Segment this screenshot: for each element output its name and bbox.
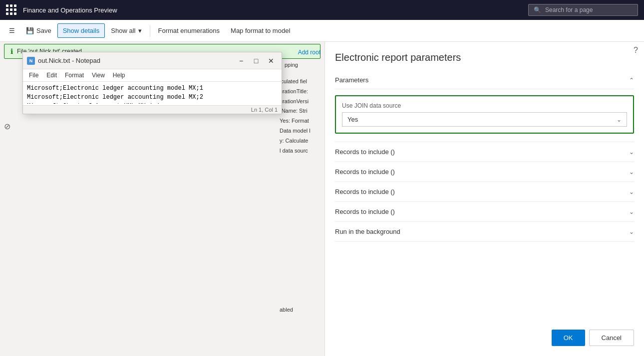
records-chevron-2-icon: ⌄ <box>629 169 634 176</box>
records-label-4: Records to include () <box>335 208 395 215</box>
close-button[interactable]: ✕ <box>265 55 278 66</box>
cancel-button[interactable]: Cancel <box>589 330 634 346</box>
save-button[interactable]: 💾 Save <box>21 24 56 37</box>
records-label-3: Records to include () <box>335 188 395 195</box>
menu-help[interactable]: Help <box>109 70 129 80</box>
ok-button[interactable]: OK <box>552 330 585 346</box>
param-group-join: Use JOIN data source Yes ⌄ <box>335 95 634 134</box>
parameters-chevron-up-icon: ⌃ <box>629 77 634 84</box>
bg-item-6: y: Calculate <box>280 136 324 146</box>
menu-format[interactable]: Format <box>61 70 88 80</box>
notepad-textarea[interactable]: Microsoft;Electronic ledger accounting m… <box>23 82 282 104</box>
maximize-button[interactable]: □ <box>250 55 263 66</box>
app-title: Finance and Operations Preview <box>23 6 522 14</box>
panel-footer: OK Cancel <box>335 320 634 346</box>
bg-item-7: l data sourc <box>280 146 324 156</box>
menu-file[interactable]: File <box>25 70 42 80</box>
notepad-controls: − □ ✕ <box>235 55 278 66</box>
format-enumerations-button[interactable]: Format enumerations <box>153 24 225 37</box>
records-row-4[interactable]: Records to include () ⌄ <box>335 202 634 222</box>
topbar-search[interactable]: 🔍 Search for a page <box>528 4 638 16</box>
records-chevron-1-icon: ⌄ <box>629 149 634 156</box>
notepad-app-icon: N <box>27 57 35 65</box>
notepad-title-area: N out.Nick.txt - Notepad <box>27 57 100 65</box>
right-panel: ? Electronic report parameters Parameter… <box>324 42 644 356</box>
run-background-chevron-icon: ⌄ <box>629 228 634 235</box>
bg-item-2: urationVersi <box>280 97 324 107</box>
parameters-section-header[interactable]: Parameters ⌃ <box>335 71 634 89</box>
search-placeholder: Search for a page <box>545 6 593 13</box>
bg-mapping: pping <box>285 62 324 68</box>
records-chevron-4-icon: ⌄ <box>629 208 634 215</box>
map-format-button[interactable]: Map format to model <box>226 24 295 37</box>
show-all-chevron-icon: ▾ <box>138 27 142 34</box>
bg-item-3: rName: Stri <box>280 106 324 116</box>
notepad-window: N out.Nick.txt - Notepad − □ ✕ File Edit… <box>22 52 282 114</box>
menu-view[interactable]: View <box>88 70 109 80</box>
bg-item-8: abled <box>280 305 324 315</box>
show-all-button[interactable]: Show all ▾ <box>106 24 146 37</box>
bg-item-4: Yes: Format <box>280 116 324 126</box>
run-background-row[interactable]: Run in the background ⌄ <box>335 222 634 242</box>
param-join-label: Use JOIN data source <box>342 102 627 109</box>
notepad-titlebar: N out.Nick.txt - Notepad − □ ✕ <box>23 52 282 69</box>
apps-grid-icon[interactable] <box>6 4 17 15</box>
records-label-1: Records to include () <box>335 148 395 156</box>
left-panel: ℹ File 'out.Nick.txt' created Add root p… <box>0 42 324 356</box>
hamburger-button[interactable]: ☰ <box>4 24 20 37</box>
add-root-btn[interactable]: Add root <box>294 47 324 58</box>
save-icon: 💾 <box>26 27 34 34</box>
statusbar-text: Ln 1, Col 1 <box>251 107 278 113</box>
records-row-3[interactable]: Records to include () ⌄ <box>335 182 634 202</box>
parameters-label: Parameters <box>335 76 368 84</box>
records-chevron-3-icon: ⌄ <box>629 188 634 195</box>
main-area: ℹ File 'out.Nick.txt' created Add root p… <box>0 42 644 356</box>
records-row-1[interactable]: Records to include () ⌄ <box>335 142 634 162</box>
notepad-title-text: out.Nick.txt - Notepad <box>38 57 100 64</box>
minimize-button[interactable]: − <box>235 55 248 66</box>
bg-item-5: Data model l <box>280 126 324 136</box>
topbar: Finance and Operations Preview 🔍 Search … <box>0 0 644 20</box>
show-details-button[interactable]: Show details <box>57 23 105 38</box>
panel-title: Electronic report parameters <box>335 52 634 63</box>
menu-edit[interactable]: Edit <box>42 70 61 80</box>
notepad-content: Microsoft;Electronic ledger accounting m… <box>23 82 282 105</box>
run-background-label: Run in the background <box>335 228 400 235</box>
records-label-2: Records to include () <box>335 168 395 176</box>
separator-1 <box>150 25 150 37</box>
notepad-menubar: File Edit Format View Help <box>23 69 282 82</box>
bg-item-1: urationTitle: <box>280 87 324 97</box>
notepad-statusbar: Ln 1, Col 1 <box>23 105 282 114</box>
param-join-select[interactable]: Yes ⌄ <box>342 112 627 127</box>
records-row-2[interactable]: Records to include () ⌄ <box>335 162 634 182</box>
search-icon: 🔍 <box>534 6 541 13</box>
param-join-dropdown-icon: ⌄ <box>617 116 622 123</box>
param-join-value: Yes <box>347 116 358 123</box>
help-icon[interactable]: ? <box>634 46 638 55</box>
bg-item-0: lculated fiel <box>280 77 324 87</box>
records-section: Records to include () ⌄ Records to inclu… <box>335 142 634 242</box>
toolbar: ☰ 💾 Save Show details Show all ▾ Format … <box>0 20 644 42</box>
filter-icon[interactable]: ⊘ <box>4 122 10 131</box>
